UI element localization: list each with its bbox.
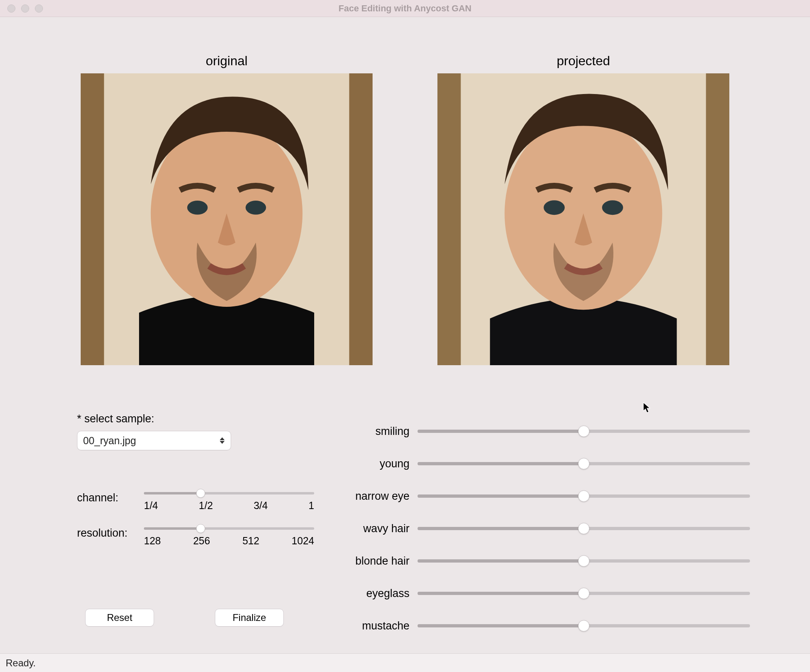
attribute-slider-thumb[interactable] (578, 523, 589, 534)
attribute-slider-thumb[interactable] (578, 458, 589, 469)
resolution-label: resolution: (77, 526, 136, 539)
attribute-label: blonde hair (336, 555, 418, 567)
status-bar: Ready. (0, 653, 810, 672)
attribute-slider-thumb[interactable] (578, 426, 589, 437)
original-label: original (206, 54, 247, 68)
svg-point-5 (246, 201, 266, 215)
resolution-row: resolution: 1282565121024 (77, 526, 328, 547)
attribute-slider[interactable] (418, 491, 750, 501)
button-row: Reset Finalize (85, 609, 284, 627)
attribute-label: young (336, 458, 418, 470)
attribute-slider-thumb[interactable] (578, 555, 589, 567)
channel-tick: 1/2 (199, 500, 213, 511)
channel-slider-thumb[interactable] (196, 489, 205, 498)
svg-point-10 (544, 200, 565, 215)
resolution-tick: 256 (193, 535, 210, 547)
projected-label: projected (557, 54, 610, 68)
attribute-row: young (336, 447, 750, 480)
traffic-lights (0, 4, 43, 13)
svg-rect-7 (437, 73, 461, 365)
attribute-label: wavy hair (336, 522, 418, 535)
attribute-row: mustache (336, 610, 750, 642)
projected-column: projected (437, 54, 729, 365)
finalize-button-label: Finalize (233, 612, 266, 623)
channel-ticks: 1/41/23/41 (144, 500, 314, 511)
attribute-row: eyeglass (336, 577, 750, 610)
svg-point-4 (187, 201, 208, 215)
attribute-label: narrow eye (336, 490, 418, 503)
window-title: Face Editing with Anycost GAN (0, 3, 810, 14)
svg-point-11 (602, 200, 623, 215)
svg-rect-1 (81, 73, 104, 365)
content-area: original (0, 17, 810, 653)
left-controls: * select sample: 00_ryan.jpg channel: 1/… (77, 413, 328, 547)
zoom-window-button[interactable] (35, 4, 43, 13)
status-text: Ready. (6, 657, 36, 669)
close-window-button[interactable] (7, 4, 15, 13)
attribute-slider[interactable] (418, 459, 750, 469)
attribute-slider[interactable] (418, 556, 750, 566)
channel-tick: 1/4 (144, 500, 158, 511)
original-column: original (81, 54, 373, 365)
attribute-slider-thumb[interactable] (578, 588, 589, 599)
svg-rect-2 (349, 73, 373, 365)
resolution-slider[interactable] (144, 526, 314, 531)
attribute-slider[interactable] (418, 524, 750, 533)
sample-select[interactable]: 00_ryan.jpg (77, 431, 231, 450)
channel-slider[interactable] (144, 491, 314, 496)
attribute-row: blonde hair (336, 545, 750, 577)
attribute-label: eyeglass (336, 587, 418, 600)
resolution-tick: 128 (144, 535, 161, 547)
resolution-tick: 1024 (291, 535, 314, 547)
attribute-label: smiling (336, 425, 418, 438)
channel-label: channel: (77, 491, 136, 504)
resolution-ticks: 1282565121024 (144, 535, 314, 547)
attribute-label: mustache (336, 620, 418, 632)
cursor-icon (643, 402, 651, 413)
attribute-slider[interactable] (418, 589, 750, 598)
resolution-slider-thumb[interactable] (196, 524, 205, 533)
resolution-tick: 512 (242, 535, 259, 547)
attribute-slider[interactable] (418, 426, 750, 436)
sample-select-value: 00_ryan.jpg (83, 435, 136, 447)
images-row: original (0, 17, 810, 365)
reset-button-label: Reset (107, 612, 133, 623)
original-image (81, 73, 373, 365)
titlebar: Face Editing with Anycost GAN (0, 0, 810, 17)
attribute-row: smiling (336, 415, 750, 447)
select-sample-label: * select sample: (77, 413, 328, 425)
minimize-window-button[interactable] (21, 4, 29, 13)
app-window: Face Editing with Anycost GAN original (0, 0, 810, 672)
attribute-slider[interactable] (418, 621, 750, 631)
attribute-row: wavy hair (336, 512, 750, 545)
svg-rect-8 (706, 73, 729, 365)
channel-row: channel: 1/41/23/41 (77, 491, 328, 511)
reset-button[interactable]: Reset (85, 609, 154, 627)
updown-icon (219, 436, 226, 445)
attribute-slider-thumb[interactable] (578, 490, 589, 502)
channel-tick: 3/4 (254, 500, 268, 511)
attribute-slider-thumb[interactable] (578, 620, 589, 631)
finalize-button[interactable]: Finalize (215, 609, 284, 627)
projected-image (437, 73, 729, 365)
attribute-row: narrow eye (336, 480, 750, 512)
attribute-sliders: smilingyoungnarrow eyewavy hairblonde ha… (336, 415, 750, 642)
channel-tick: 1 (309, 500, 314, 511)
